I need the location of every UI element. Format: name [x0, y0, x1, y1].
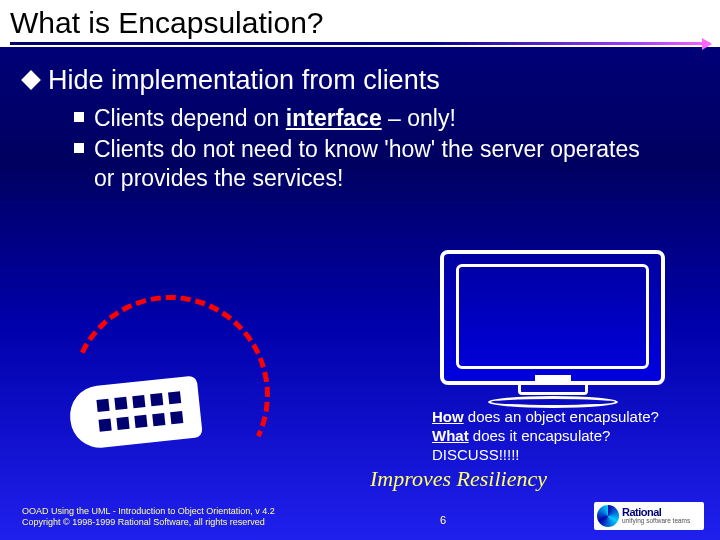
remote-button-icon: [170, 411, 183, 424]
remote-button-icon: [132, 395, 145, 408]
sub1-pre: Clients depend on: [94, 105, 286, 131]
sub-bullet-list: Clients depend on interface – only! Clie…: [74, 104, 710, 192]
logo-swirl-icon: [597, 505, 619, 527]
remote-button-icon: [150, 393, 163, 406]
monitor-button-icon: [535, 375, 571, 382]
bullet-main-text: Hide implementation from clients: [48, 65, 440, 96]
what-word: What: [432, 427, 469, 444]
sub-bullet-2: Clients do not need to know 'how' the se…: [74, 135, 710, 193]
remote-button-icon: [168, 391, 181, 404]
footer-copyright: OOAD Using the UML - Introduction to Obj…: [22, 506, 275, 528]
monitor-base: [488, 396, 618, 408]
square-bullet-icon: [74, 143, 84, 153]
remote-button-icon: [99, 419, 112, 432]
square-bullet-icon: [74, 112, 84, 122]
monitor-body: [440, 250, 665, 385]
remote-button-icon: [152, 413, 165, 426]
slide-title: What is Encapsulation?: [10, 6, 710, 40]
sub-bullet-1-text: Clients depend on interface – only!: [94, 104, 456, 133]
diamond-bullet-icon: [21, 70, 41, 90]
content-area: Hide implementation from clients Clients…: [0, 47, 720, 192]
remote-button-icon: [134, 415, 147, 428]
discuss-line: DISCUSS!!!!!: [432, 446, 659, 465]
rational-logo: Rational unifying software teams: [594, 502, 704, 530]
question-line-1: How does an object encapsulate?: [432, 408, 659, 427]
monitor-screen: [456, 264, 649, 369]
monitor-graphic: [440, 250, 665, 410]
resiliency-text: Improves Resiliency: [370, 466, 547, 492]
how-rest: does an object encapsulate?: [464, 408, 659, 425]
footer-line-1: OOAD Using the UML - Introduction to Obj…: [22, 506, 275, 517]
monitor-stand: [518, 385, 588, 395]
logo-text-block: Rational unifying software teams: [622, 507, 690, 525]
remote-button-icon: [114, 397, 127, 410]
discussion-questions: How does an object encapsulate? What doe…: [432, 408, 659, 464]
arrowhead-icon: [702, 38, 712, 50]
title-bar: What is Encapsulation?: [0, 0, 720, 47]
remote-button-icon: [116, 417, 129, 430]
page-number: 6: [440, 514, 446, 526]
sub-bullet-1: Clients depend on interface – only!: [74, 104, 710, 133]
bullet-main-row: Hide implementation from clients: [24, 65, 710, 96]
what-rest: does it encapsulate?: [469, 427, 611, 444]
question-line-2: What does it encapsulate?: [432, 427, 659, 446]
interface-word: interface: [286, 105, 382, 131]
footer-line-2: Copyright © 1998-1999 Rational Software,…: [22, 517, 275, 528]
remote-button-icon: [96, 399, 109, 412]
title-underline: [10, 42, 710, 45]
logo-tagline: unifying software teams: [622, 518, 690, 525]
sub-bullet-2-text: Clients do not need to know 'how' the se…: [94, 135, 654, 193]
sub1-post: – only!: [382, 105, 456, 131]
how-word: How: [432, 408, 464, 425]
